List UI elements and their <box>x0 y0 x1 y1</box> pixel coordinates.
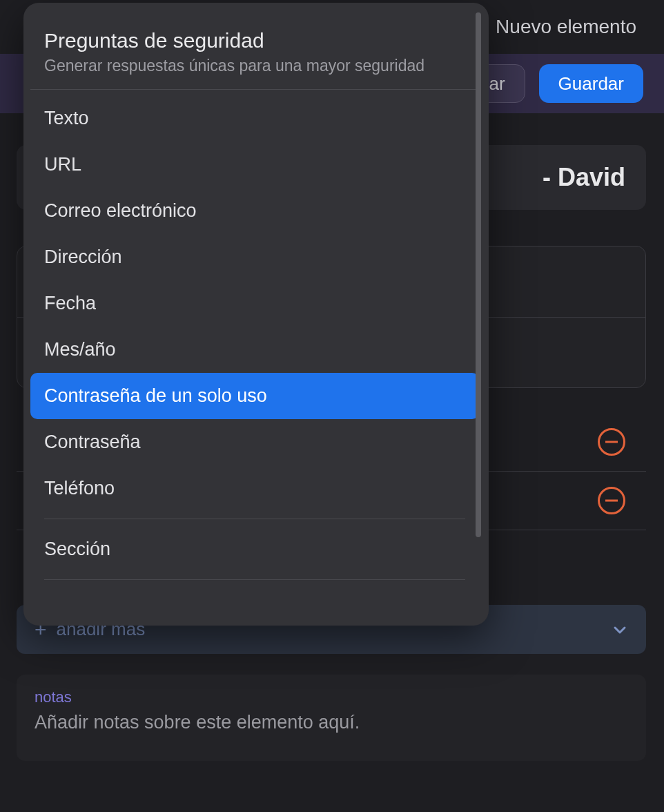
field-type-popover: Preguntas de seguridad Generar respuesta… <box>23 3 489 626</box>
window-title: Nuevo elemento <box>496 16 636 38</box>
field-type-option-section[interactable]: Sección <box>30 526 479 572</box>
scrollbar[interactable] <box>476 12 481 537</box>
field-type-option-password[interactable]: Contraseña <box>30 419 479 465</box>
notes-field[interactable]: notas Añadir notas sobre este elemento a… <box>17 675 646 761</box>
popover-heading[interactable]: Preguntas de seguridad Generar respuesta… <box>30 29 479 90</box>
field-type-option-month-year[interactable]: Mes/año <box>30 327 479 373</box>
divider <box>44 519 465 519</box>
field-type-option-email[interactable]: Correo electrónico <box>30 188 479 234</box>
chevron-down-icon <box>612 621 628 638</box>
field-type-option-address[interactable]: Dirección <box>30 234 479 280</box>
save-button-label: Guardar <box>558 73 624 95</box>
remove-icon[interactable] <box>598 428 625 456</box>
notes-placeholder: Añadir notas sobre este elemento aquí. <box>35 712 628 733</box>
cancel-button-label: ar <box>489 73 505 95</box>
field-type-option-text[interactable]: Texto <box>30 95 479 142</box>
popover-heading-subtitle: Generar respuestas únicas para una mayor… <box>44 57 465 75</box>
item-title-text: - David <box>543 163 625 191</box>
remove-icon[interactable] <box>598 487 625 514</box>
save-button[interactable]: Guardar <box>539 64 643 103</box>
notes-label: notas <box>35 688 628 706</box>
field-type-option-date[interactable]: Fecha <box>30 280 479 327</box>
divider <box>44 579 465 580</box>
field-type-option-one-time-password[interactable]: Contraseña de un solo uso <box>30 373 479 419</box>
field-type-option-phone[interactable]: Teléfono <box>30 465 479 512</box>
field-type-option-url[interactable]: URL <box>30 142 479 188</box>
popover-heading-title: Preguntas de seguridad <box>44 29 465 52</box>
